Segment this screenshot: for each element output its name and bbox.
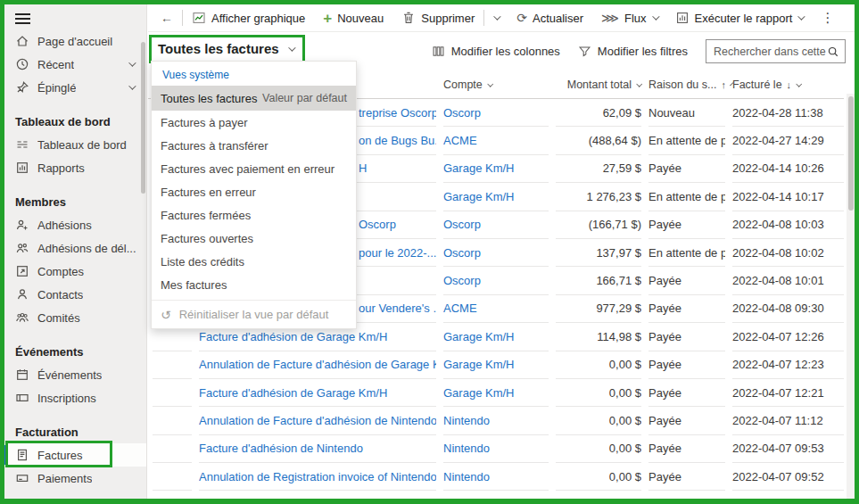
row-checkbox[interactable]: [153, 351, 192, 379]
table-row: Facture d'adhésion de Nintendo Nintendo …: [148, 435, 844, 463]
person-add-icon: [15, 218, 29, 232]
account-link[interactable]: ACME: [443, 295, 549, 323]
account-link[interactable]: Garage Km/H: [443, 379, 549, 407]
column-header-account[interactable]: Compte: [443, 78, 549, 91]
dropdown-item[interactable]: Mes factures: [152, 273, 356, 296]
sidebar-item-memberships[interactable]: Adhésions: [4, 213, 146, 236]
date-cell: 2022-04-07 09:52: [732, 463, 844, 491]
back-button[interactable]: ←: [152, 4, 182, 31]
status-cell: Payée: [648, 407, 725, 434]
status-cell: Payée: [648, 295, 725, 323]
more-commands-button[interactable]: ⋮: [812, 10, 843, 26]
edit-columns-button[interactable]: Modifier les colonnes: [432, 45, 560, 58]
grid-scrollbar-thumb[interactable]: [848, 96, 854, 211]
account-link[interactable]: Oscorp: [443, 267, 549, 294]
dropdown-item[interactable]: Factures avec paiement en erreur: [152, 157, 356, 180]
dropdown-item[interactable]: Factures à transférer: [152, 134, 356, 157]
sidebar-item-pinned[interactable]: Épinglé: [4, 76, 146, 99]
row-checkbox[interactable]: [153, 435, 192, 463]
dropdown-section-title: Vues système: [152, 62, 356, 86]
status-cell: Payée: [648, 267, 725, 294]
column-header-status[interactable]: Raison du s...↑: [648, 78, 725, 91]
new-button[interactable]: + Nouveau: [314, 4, 392, 31]
search-icon[interactable]: [827, 45, 839, 58]
invoice-link[interactable]: Registration invoice of Nintendo: [199, 491, 436, 499]
account-box-icon: [15, 264, 29, 278]
sidebar-item-payments[interactable]: Paiements: [4, 467, 146, 490]
invoice-link[interactable]: Facture d'adhésion de Garage Km/H: [199, 379, 436, 407]
sidebar-item-label: Factures: [37, 449, 83, 462]
dropdown-item[interactable]: Liste des crédits: [152, 250, 356, 273]
sidebar-item-accounts[interactable]: Comptes: [4, 260, 146, 283]
sidebar-item-delegate-memberships[interactable]: Adhésions de dél...: [4, 236, 146, 260]
account-link[interactable]: Nintendo: [443, 463, 549, 491]
payment-card-icon: [15, 471, 29, 485]
account-link[interactable]: Oscorp: [443, 211, 549, 239]
sidebar-group-title: Événements: [4, 340, 146, 363]
row-checkbox[interactable]: [153, 463, 192, 491]
dropdown-item[interactable]: Factures fermées: [152, 203, 356, 227]
run-report-button[interactable]: Exécuter le rapport: [666, 4, 813, 31]
invoice-link[interactable]: Facture d'adhésion de Nintendo: [199, 435, 436, 463]
account-link[interactable]: Oscorp: [443, 99, 549, 127]
filter-icon: [578, 45, 591, 58]
account-link[interactable]: Nintendo: [443, 491, 549, 499]
edit-filters-button[interactable]: Modifier les filtres: [578, 45, 688, 58]
date-cell: 2022-04-07 11:12: [732, 407, 844, 434]
column-header-billed[interactable]: Facturé le↓: [732, 78, 844, 91]
sidebar-item-label: Épinglé: [37, 81, 76, 95]
sidebar-item-dashboards[interactable]: Tableaux de bord: [4, 133, 146, 156]
date-cell: 2022-04-28 11:38: [732, 99, 844, 127]
invoice-link[interactable]: Annulation de Registration invoice of Ni…: [199, 463, 436, 491]
row-checkbox[interactable]: [153, 407, 192, 434]
reset-default-view-button[interactable]: ↺ Réinitialiser la vue par défaut: [152, 301, 356, 328]
sort-asc-icon: ↑: [721, 79, 726, 90]
sidebar-item-label: Page d'accueil: [37, 35, 112, 48]
amount-cell: 137,97 $: [556, 239, 641, 267]
invoice-link[interactable]: Annulation de Facture d'adhésion de Nint…: [199, 407, 436, 434]
show-chart-button[interactable]: Afficher graphique: [183, 4, 314, 31]
sidebar-scrollbar[interactable]: [141, 42, 145, 194]
main-content: ← Afficher graphique + Nouveau Supprimer…: [148, 4, 855, 499]
column-header-total[interactable]: Montant total: [556, 78, 641, 91]
sidebar-item-events[interactable]: Événements: [4, 363, 146, 386]
account-link[interactable]: Oscorp: [443, 239, 549, 267]
flow-button[interactable]: ⋙ Flux: [592, 4, 665, 31]
account-link[interactable]: Garage Km/H: [443, 155, 549, 183]
row-checkbox[interactable]: [153, 491, 192, 499]
edit-filters-label: Modifier les filtres: [598, 45, 688, 58]
sidebar-item-home[interactable]: Page d'accueil: [4, 29, 146, 53]
date-cell: 2022-04-08 09:30: [732, 295, 844, 323]
dropdown-item[interactable]: Factures à payer: [152, 111, 356, 134]
account-link[interactable]: Garage Km/H: [443, 351, 549, 379]
sidebar-item-registrations[interactable]: Inscriptions: [4, 386, 146, 409]
dropdown-item[interactable]: Factures en erreur: [152, 180, 356, 203]
account-link[interactable]: Nintendo: [443, 435, 549, 463]
sidebar-item-recent[interactable]: Récent: [4, 53, 146, 76]
account-link[interactable]: Garage Km/H: [443, 183, 549, 211]
date-cell: 2022-04-07 12:23: [732, 351, 844, 379]
view-selector[interactable]: Toutes les factures: [149, 35, 305, 63]
columns-icon: [432, 45, 445, 58]
refresh-button[interactable]: ⟳ Actualiser: [508, 4, 592, 31]
date-cell: 2022-04-07 12:21: [732, 379, 844, 407]
search-input[interactable]: [714, 45, 827, 58]
sidebar-item-invoices[interactable]: Factures: [4, 443, 146, 467]
invoice-link[interactable]: Annulation de Facture d'adhésion de Gara…: [199, 351, 436, 379]
delete-split-chevron[interactable]: [484, 4, 508, 31]
sidebar-item-contacts[interactable]: Contacts: [4, 283, 146, 306]
account-link[interactable]: Garage Km/H: [443, 323, 549, 351]
account-link[interactable]: Nintendo: [443, 407, 549, 434]
grid-scrollbar[interactable]: [847, 94, 855, 499]
date-cell: 2022-04-08 10:02: [732, 239, 844, 267]
dropdown-item[interactable]: Factures ouvertes: [152, 227, 356, 250]
dropdown-item[interactable]: Toutes les factures Valeur par défaut: [152, 86, 356, 111]
sidebar-item-committees[interactable]: Comités: [4, 306, 146, 329]
chevron-down-icon: [487, 81, 493, 87]
menu-icon[interactable]: [4, 4, 40, 29]
row-checkbox[interactable]: [153, 379, 192, 407]
account-link[interactable]: ACME: [443, 127, 549, 154]
sidebar-item-reports[interactable]: Rapports: [4, 156, 146, 179]
people-icon: [15, 241, 29, 255]
delete-button[interactable]: Supprimer: [392, 4, 483, 31]
